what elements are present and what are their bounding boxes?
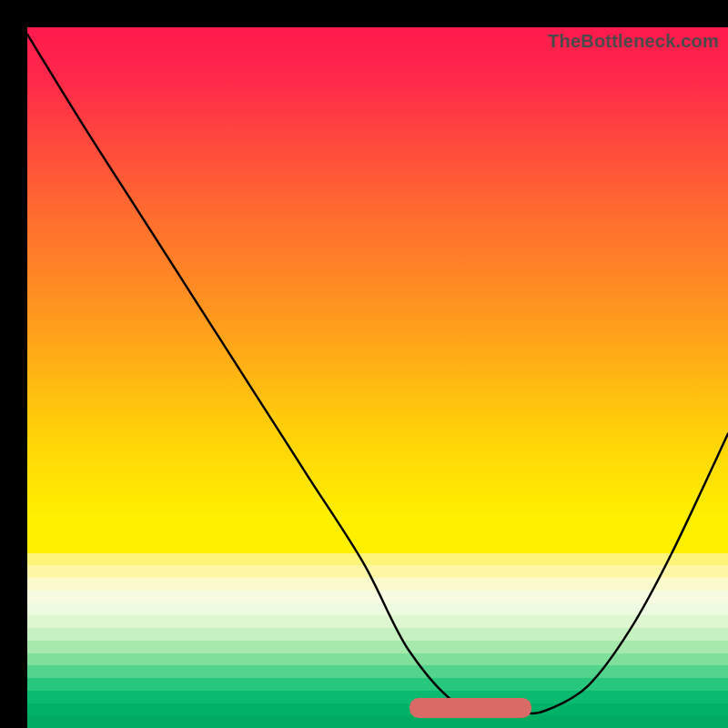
plot-area: TheBottleneck.com bbox=[27, 27, 728, 728]
chart-frame: TheBottleneck.com bbox=[0, 0, 728, 728]
valley-marker bbox=[410, 698, 532, 718]
curve-path bbox=[27, 35, 728, 713]
bottleneck-curve bbox=[27, 27, 728, 728]
